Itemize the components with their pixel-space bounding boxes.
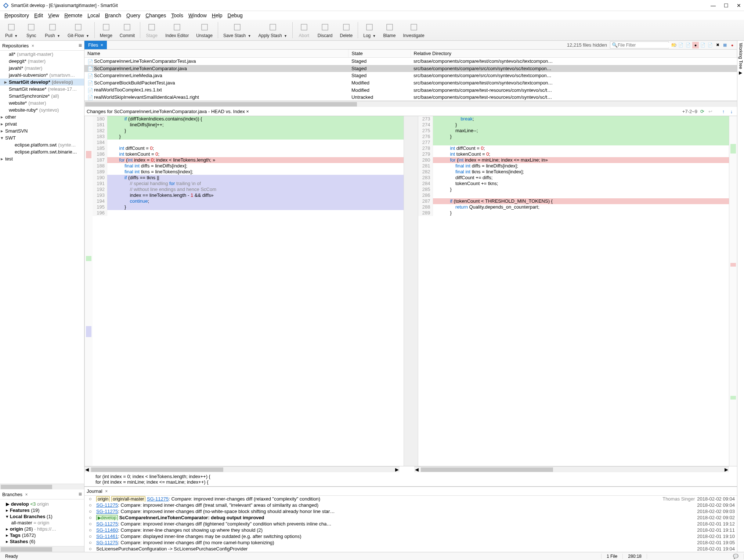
code-line[interactable]: 278 int diffCount = 0; xyxy=(418,145,729,151)
file-red-icon[interactable]: ● xyxy=(692,42,699,48)
branch-item[interactable]: ▶ develop <3 origin xyxy=(1,501,83,507)
repo-item[interactable]: SmartSynchronize* (all) xyxy=(0,93,84,100)
code-line[interactable]: 185 int diffCount = 0; xyxy=(93,145,404,151)
code-line[interactable]: 279 int tokenCount = 0; xyxy=(418,151,729,157)
repositories-list[interactable]: all* (smartgit-master)deepgit* (master)j… xyxy=(0,51,84,484)
sync-button[interactable]: Sync xyxy=(21,21,41,40)
blame-button[interactable]: Blame xyxy=(380,21,400,40)
repo-group[interactable]: ▸ SmartSVN xyxy=(0,127,84,134)
repo-group[interactable]: ▸ test xyxy=(0,155,84,162)
file-filter[interactable]: 🔍 ⊘ xyxy=(610,41,669,48)
branch-item[interactable]: ▸ Features (19) xyxy=(1,507,83,513)
issue-link[interactable]: SG-11275 xyxy=(96,509,118,514)
issue-link[interactable]: SG-11275 xyxy=(96,521,118,527)
menu-help[interactable]: Help xyxy=(210,12,225,19)
code-line[interactable]: 283 diffCount += diffs; xyxy=(418,175,729,181)
branch-item[interactable]: ▸ origin (26) - https://… xyxy=(1,526,83,532)
diff-right[interactable]: 273 break;274 }275 maxLine--;276 }277 27… xyxy=(418,116,729,466)
code-line[interactable]: 195 } xyxy=(93,204,404,210)
code-line[interactable]: 281 final int diffs = lineDiffs[index]; xyxy=(418,163,729,169)
code-line[interactable]: 280 for (int index = minLine; index <= m… xyxy=(418,157,729,163)
journal-row[interactable]: ○SG-11275: Compare: improved inner-chang… xyxy=(84,539,737,546)
repo-item[interactable]: ▸SmartGit develop* (develop) xyxy=(0,79,84,86)
journal-row[interactable]: ○SG-11460: Compare: inner-line changes n… xyxy=(84,527,737,533)
repo-group[interactable]: ▸ privat xyxy=(0,120,84,127)
diff-left[interactable]: 180 if (diffTokenIndices.contains(index)… xyxy=(93,116,404,466)
repo-item[interactable]: javahl* (master) xyxy=(0,65,84,72)
code-line[interactable]: 288 return Quality.depends_on_counterpar… xyxy=(418,204,729,210)
repo-item[interactable]: website* (master) xyxy=(0,100,84,106)
branch-hscroll[interactable] xyxy=(0,546,84,552)
layout-icon[interactable]: ▦ xyxy=(722,42,728,48)
code-line[interactable]: 286 xyxy=(418,192,729,198)
menu-branch[interactable]: Branch xyxy=(103,12,123,19)
code-line[interactable]: 192 // without line endings and hence Sc… xyxy=(93,187,404,192)
journal-row[interactable]: ○SG-11461: Compare: displayed inner-line… xyxy=(84,533,737,539)
files-tab[interactable]: Files× xyxy=(84,41,107,49)
journal-row[interactable]: ○SG-11275: Compare: improved inner-chang… xyxy=(84,521,737,527)
save-stash-button[interactable]: Save Stash xyxy=(220,21,255,40)
issue-link[interactable]: SG-11275 xyxy=(96,540,118,545)
menu-window[interactable]: Window xyxy=(186,12,209,19)
issue-link[interactable]: SG-11461 xyxy=(96,534,118,539)
file-icon[interactable]: 📄 xyxy=(678,42,684,48)
code-line[interactable]: 276 } xyxy=(418,134,729,140)
menu-changes[interactable]: Changes xyxy=(143,12,168,19)
code-line[interactable]: 189 final int tkns = lineTokens[index]; xyxy=(93,169,404,175)
issue-link[interactable]: SG-11275 xyxy=(147,496,169,502)
repo-hscroll[interactable] xyxy=(0,484,84,489)
code-line[interactable]: 187 for (int index = 0; index < lineToke… xyxy=(93,157,404,163)
close-button[interactable]: ✕ xyxy=(737,3,741,8)
file-x-icon[interactable]: ✖ xyxy=(714,42,721,48)
file-filter-input[interactable] xyxy=(618,43,673,48)
next-change-icon[interactable]: ↓ xyxy=(728,108,735,115)
col-header[interactable]: Name xyxy=(84,50,348,58)
diff-left-hscroll[interactable]: ◀▶ xyxy=(84,466,400,472)
code-line[interactable]: 194 continue; xyxy=(93,198,404,204)
log-button[interactable]: Log xyxy=(360,21,379,40)
close-icon[interactable]: × xyxy=(25,492,28,497)
working-tree-tab[interactable]: Working Tree ▶ xyxy=(737,41,744,552)
diff-view[interactable]: 180 if (diffTokenIndices.contains(index)… xyxy=(84,116,737,466)
apply-stash-button[interactable]: Apply Stash xyxy=(255,21,291,40)
code-line[interactable]: 191 // special handling for trailing \n … xyxy=(93,181,404,187)
folder-icon[interactable]: 📁 xyxy=(670,42,677,48)
code-line[interactable]: 196 xyxy=(93,210,404,216)
files-hscroll[interactable] xyxy=(84,101,737,107)
menu-remote[interactable]: Remote xyxy=(62,12,84,19)
undo-icon[interactable]: ↩ xyxy=(707,108,714,115)
branch-item[interactable]: all-master = origin xyxy=(1,520,83,526)
menu-tools[interactable]: Tools xyxy=(169,12,185,19)
code-line[interactable]: 274 } xyxy=(418,122,729,128)
branch-item[interactable]: ▾ Local Branches (1) xyxy=(1,513,83,520)
code-line[interactable]: 183 } xyxy=(93,134,404,140)
refresh-icon[interactable]: ⟳ xyxy=(699,108,705,115)
code-line[interactable]: 182 } xyxy=(93,128,404,134)
code-line[interactable]: 193 index == lineTokens.length - 1 && di… xyxy=(93,192,404,198)
repo-item[interactable]: eclipse.platform.swt (synte… xyxy=(0,141,84,148)
file-red-icon[interactable]: ● xyxy=(729,42,736,48)
close-icon[interactable]: × xyxy=(246,109,249,114)
right-overview[interactable] xyxy=(729,116,737,466)
code-line[interactable]: 184 xyxy=(93,140,404,145)
minimize-button[interactable]: — xyxy=(711,3,716,8)
index-editor-button[interactable]: Index Editor xyxy=(162,21,192,40)
code-line[interactable]: 181 lineDiffs[line]++; xyxy=(93,122,404,128)
issue-link[interactable]: SG-11460 xyxy=(96,527,118,533)
code-line[interactable]: 287 if (tokenCount < THRESHOLD_MIN_TOKEN… xyxy=(418,198,729,204)
file-row[interactable]: 📄ScCompareInnerLineTokenComparator.javaS… xyxy=(84,65,737,72)
code-line[interactable]: 188 final int diffs = lineDiffs[index]; xyxy=(93,163,404,169)
repo-item[interactable]: all* (smartgit-master) xyxy=(0,51,84,58)
merge-button[interactable]: Merge xyxy=(96,21,116,40)
discard-button[interactable]: Discard xyxy=(314,21,336,40)
prev-change-icon[interactable]: ↑ xyxy=(720,108,727,115)
file-row[interactable]: 📄realWorldSkipIrrelevantSmallIdenticalAr… xyxy=(84,94,737,101)
file-row[interactable]: 📄ScCompareBlockBuildPacketTest.javaModif… xyxy=(84,79,737,87)
file-icon[interactable]: 📄 xyxy=(700,42,706,48)
journal-row[interactable]: ○origin origin/all-master SG-11275: Comp… xyxy=(84,496,737,502)
file-row[interactable]: 📄ScCompareInnerLineMedia.javaStagedsrc/b… xyxy=(84,72,737,79)
code-line[interactable]: 273 break; xyxy=(418,116,729,122)
code-line[interactable]: 186 int tokenCount = 0; xyxy=(93,151,404,157)
menu-query[interactable]: Query xyxy=(124,12,142,19)
issue-link[interactable]: SG-11275 xyxy=(96,502,118,508)
